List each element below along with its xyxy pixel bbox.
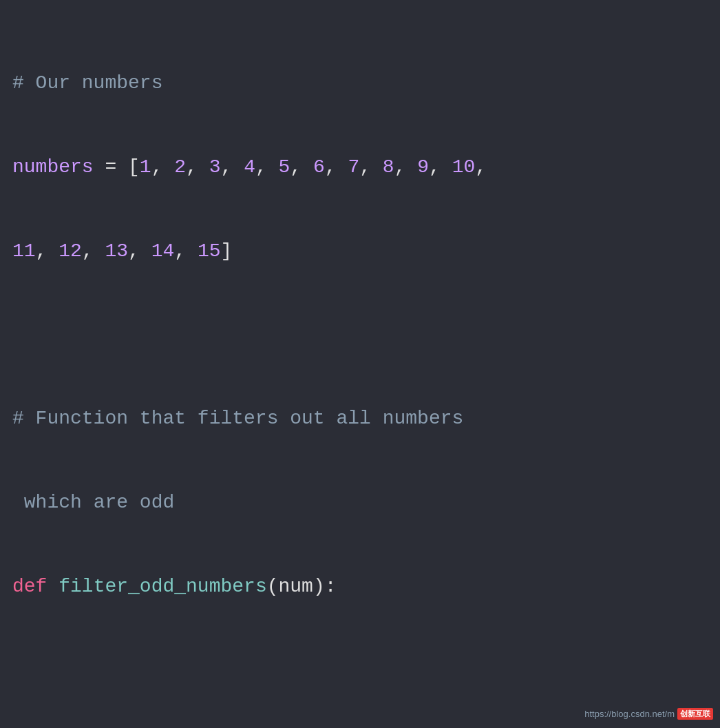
func-name-filter-odd: filter_odd_numbers	[59, 576, 266, 597]
line-blank-2	[12, 657, 708, 685]
keyword-def: def	[12, 576, 47, 597]
watermark-logo: 创新互联	[677, 708, 713, 720]
line-2b: 11, 12, 13, 14, 15]	[12, 238, 708, 266]
code-container: # Our numbers numbers = [1, 2, 3, 4, 5, …	[0, 0, 720, 728]
num-1: 1	[140, 156, 151, 178]
eq-1: =	[94, 156, 128, 178]
line-4b: which are odd	[12, 489, 708, 517]
watermark-url: https://blog.csdn.net/m	[584, 709, 675, 719]
comment-which-odd: which are odd	[12, 492, 174, 513]
line-2: numbers = [1, 2, 3, 4, 5, 6, 7, 8, 9, 10…	[12, 154, 708, 182]
code-block: # Our numbers numbers = [1, 2, 3, 4, 5, …	[12, 14, 708, 728]
var-numbers: numbers	[12, 156, 94, 178]
line-5: def filter_odd_numbers(num):	[12, 573, 708, 601]
line-4: # Function that filters out all numbers	[12, 405, 708, 433]
list-bracket-open: [	[128, 156, 140, 178]
line-blank-1	[12, 322, 708, 350]
comment-function: # Function that filters out all numbers	[12, 408, 463, 429]
comment-our-numbers: # Our numbers	[12, 72, 162, 94]
watermark: https://blog.csdn.net/m 创新互联	[584, 708, 713, 720]
line-1: # Our numbers	[12, 70, 708, 98]
